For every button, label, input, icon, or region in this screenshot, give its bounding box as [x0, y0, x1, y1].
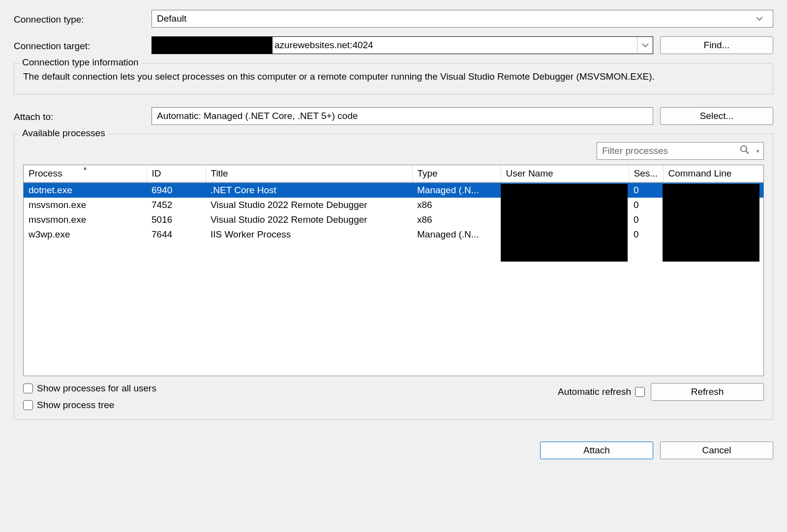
table-row[interactable]: w3wp.exe7644IIS Worker ProcessManaged (.… [24, 227, 764, 242]
show-all-users-checkbox[interactable]: Show processes for all users [23, 383, 156, 394]
table-row[interactable]: msvsmon.exe5016Visual Studio 2022 Remote… [24, 212, 764, 227]
cancel-button[interactable]: Cancel [660, 442, 773, 459]
attach-to-label: Attach to: [14, 110, 151, 122]
redacted-block [152, 37, 272, 54]
connection-type-label: Connection type: [14, 12, 151, 25]
col-user[interactable]: User Name [501, 165, 629, 182]
col-title[interactable]: Title [206, 165, 412, 182]
attach-to-row: Attach to: Automatic: Managed (.NET Core… [14, 107, 773, 125]
col-id[interactable]: ID [147, 165, 206, 182]
attach-to-process-dialog: Connection type: Default Connection targ… [0, 0, 787, 473]
dialog-buttons: Attach Cancel [14, 442, 773, 459]
connection-target-combo[interactable]: azurewebsites.net:4024 [151, 36, 653, 54]
filter-placeholder: Filter processes [602, 146, 668, 156]
checkbox-icon [23, 400, 33, 410]
table-row[interactable]: dotnet.exe6940.NET Core HostManaged (.N.… [24, 182, 764, 198]
svg-line-1 [746, 151, 749, 153]
attach-to-field[interactable]: Automatic: Managed (.NET Core, .NET 5+) … [151, 107, 653, 125]
connection-type-info-text: The default connection lets you select p… [23, 70, 764, 83]
available-processes-group: Available processes Filter processes ▾ [14, 134, 773, 420]
connection-type-row: Connection type: Default [14, 10, 773, 28]
redacted-block [501, 184, 628, 262]
checkbox-icon [635, 387, 645, 397]
svg-point-0 [741, 146, 747, 151]
process-table[interactable]: ▴ Process ID Title Type User Name Ses...… [23, 165, 764, 376]
connection-type-info-legend: Connection type information [19, 57, 142, 68]
show-process-tree-checkbox[interactable]: Show process tree [23, 400, 156, 411]
col-type[interactable]: Type [412, 165, 501, 182]
connection-target-row: Connection target: azurewebsites.net:402… [14, 36, 773, 54]
table-header-row[interactable]: ▴ Process ID Title Type User Name Ses...… [24, 165, 764, 182]
available-processes-legend: Available processes [19, 128, 108, 139]
filter-processes-input[interactable]: Filter processes ▾ [597, 142, 764, 160]
sort-asc-icon: ▴ [84, 165, 87, 171]
redacted-block [663, 184, 759, 262]
col-cmd[interactable]: Command Line [663, 165, 764, 182]
checkbox-icon [23, 384, 33, 393]
search-icon [740, 145, 750, 157]
table-row[interactable]: msvsmon.exe7452Visual Studio 2022 Remote… [24, 198, 764, 212]
attach-button[interactable]: Attach [540, 442, 653, 459]
connection-target-value: azurewebsites.net:4024 [272, 40, 373, 51]
connection-target-label: Connection target: [14, 39, 151, 52]
automatic-refresh-checkbox[interactable]: Automatic refresh [558, 386, 645, 397]
connection-type-combo[interactable]: Default [151, 10, 773, 28]
select-button[interactable]: Select... [660, 107, 773, 125]
find-button[interactable]: Find... [660, 36, 773, 54]
chevron-down-icon[interactable]: ▾ [757, 148, 759, 154]
col-process[interactable]: ▴ Process [24, 165, 147, 182]
refresh-button[interactable]: Refresh [651, 383, 764, 401]
connection-type-value: Default [157, 13, 186, 24]
chevron-down-icon[interactable] [637, 37, 653, 54]
col-session[interactable]: Ses... [629, 165, 663, 182]
attach-to-value: Automatic: Managed (.NET Core, .NET 5+) … [157, 111, 358, 121]
connection-type-info-group: Connection type information The default … [14, 63, 773, 94]
